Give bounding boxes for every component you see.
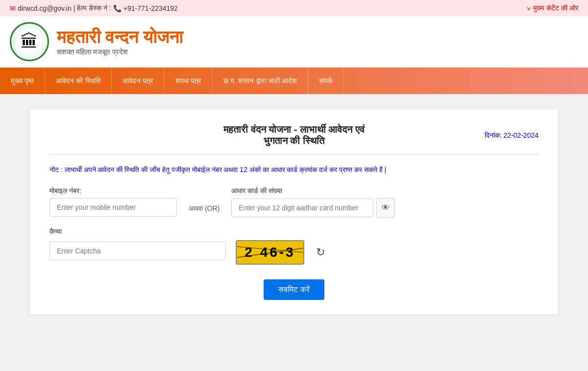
card-header: महतारी वंदन योजना - लाभार्थी आवेदन एवं भ…	[49, 124, 539, 155]
mobile-label: मोबाइल नंबर:	[49, 187, 177, 195]
captcha-label: कैप्चा	[49, 227, 226, 236]
captcha-input-group: कैप्चा	[49, 227, 226, 260]
toggle-visibility-button[interactable]: 👁	[376, 198, 395, 218]
form-card: महतारी वंदन योजना - लाभार्थी आवेदन एवं भ…	[29, 109, 559, 315]
site-subtitle: सशक्त महिला मजबूत प्रदेश	[57, 48, 183, 56]
top-bar: ✉ dirwcd.cg@gov.in | हेल्प डेस्क नं : 📞 …	[0, 0, 588, 16]
nav-item-govt-orders[interactable]: छ.ग. शासन द्वारा जारी आदेश	[213, 68, 308, 94]
nav-item-application-form[interactable]: आवेदन पत्र	[112, 68, 165, 94]
refresh-captcha-button[interactable]: ↻	[314, 244, 327, 261]
header: 🏛 महतारी वन्दन योजना सशक्त महिला मजबूत प…	[0, 16, 588, 68]
aadhar-input-group: 👁	[231, 198, 395, 218]
refresh-icon: ↻	[316, 246, 325, 258]
card-date: दिनांक: 22-02-2024	[485, 131, 539, 140]
header-text: महतारी वन्दन योजना सशक्त महिला मजबूत प्र…	[57, 27, 183, 56]
helpdesk-label: हेल्प डेस्क नं :	[77, 4, 111, 12]
captcha-input[interactable]	[49, 242, 226, 260]
email-address[interactable]: dirwcd.cg@gov.in	[18, 4, 72, 12]
input-row: मोबाइल नंबर: अथवा (OR) आधार कार्ड की संख…	[49, 187, 539, 218]
aadhar-group: आधार कार्ड की संख्या 👁	[231, 187, 395, 218]
email-icon: ✉	[10, 4, 16, 12]
nav-item-contact[interactable]: संपर्क	[308, 68, 344, 94]
top-bar-contact: ✉ dirwcd.cg@gov.in | हेल्प डेस्क नं : 📞 …	[10, 4, 178, 12]
captcha-image: 2 46-3	[236, 240, 304, 265]
or-divider: अथवा (OR)	[189, 187, 220, 213]
logo: 🏛	[10, 22, 49, 61]
nav-item-application-status[interactable]: आवेदन की स्थिति	[45, 68, 111, 94]
main-content-link[interactable]: ∨ मुख्य कंटेंट की ओर	[527, 4, 578, 12]
card-title: महतारी वंदन योजना - लाभार्थी आवेदन एवं भ…	[213, 124, 376, 147]
mobile-group: मोबाइल नंबर:	[49, 187, 177, 217]
separator: |	[74, 4, 75, 12]
submit-button[interactable]: सबमिट करें	[264, 279, 324, 300]
chevron-down-icon: ∨	[527, 4, 533, 12]
eye-icon: 👁	[382, 203, 390, 212]
nav-item-home[interactable]: मुख्य पृष्ठ	[0, 68, 45, 94]
nav-item-oath-form[interactable]: शपथ पत्र	[165, 68, 213, 94]
site-title: महतारी वन्दन योजना	[57, 27, 183, 48]
captcha-section: कैप्चा 2 46-3 ↻	[49, 227, 539, 265]
aadhar-label: आधार कार्ड की संख्या	[231, 187, 395, 195]
navbar: मुख्य पृष्ठ आवेदन की स्थिति आवेदन पत्र श…	[0, 68, 588, 94]
note-text: नोट : लाभार्थी अपने आवेदन की स्थिति की ज…	[49, 165, 539, 175]
mobile-input[interactable]	[49, 198, 177, 217]
phone-number: +91-771-2234192	[123, 4, 178, 12]
main-content: महतारी वंदन योजना - लाभार्थी आवेदन एवं भ…	[0, 94, 588, 330]
phone-icon: 📞	[113, 4, 122, 12]
aadhar-input[interactable]	[231, 198, 373, 217]
